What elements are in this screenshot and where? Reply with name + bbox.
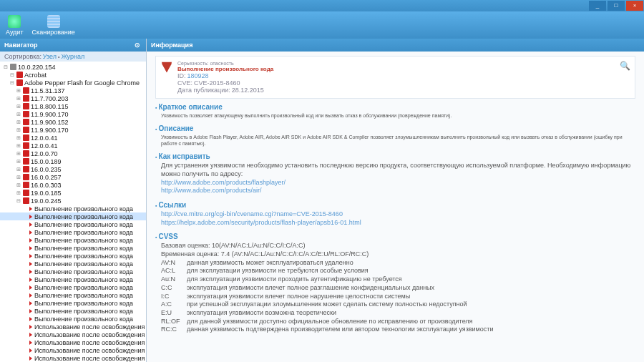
id-label: ID: (177, 72, 186, 79)
tree-label: 19.0.0.245 (31, 197, 62, 205)
tree-node[interactable]: ⊞11.5.31.137 (0, 87, 146, 94)
tree-node[interactable]: Выполнение произвольного кода (0, 268, 146, 275)
ref-link[interactable]: http://cve.mitre.org/cgi-bin/cvename.cgi… (161, 210, 635, 219)
tree-label: 19.0.0.185 (31, 190, 62, 197)
tree-node[interactable]: Выполнение произвольного кода (0, 283, 146, 291)
audit-icon (8, 15, 21, 28)
ref-link[interactable]: https://helpx.adobe.com/security/product… (161, 219, 635, 228)
tree-node[interactable]: Использование после освобождения (0, 354, 146, 362)
vuln-id[interactable]: 180928 (187, 72, 208, 79)
tree-node[interactable]: ⊟Adobe Pepper Flash for Google Chrome (0, 79, 146, 87)
section-cvss-b: Базовая оценка: 10(AV:N/AC:L/Au:N/C:C/I:… (155, 242, 635, 334)
info-title: Информация (151, 41, 192, 49)
audit-button[interactable]: Аудит (6, 15, 24, 36)
sort-label: Сортировка: (4, 53, 42, 60)
maximize-button[interactable]: □ (608, 1, 625, 11)
tree-node[interactable]: ⊞12.0.0.70 (0, 150, 146, 157)
vuln-title: Выполнение произвольного кода (177, 66, 273, 72)
tree-node[interactable]: Выполнение произвольного кода (0, 236, 146, 244)
ic-acr-icon (16, 79, 23, 86)
tree-label: Выполнение произвольного кода (34, 213, 133, 220)
pin-icon[interactable]: ⊙ (135, 41, 142, 49)
ic-arr-icon (29, 278, 32, 282)
tree-node[interactable]: Использование после освобождения (0, 331, 146, 338)
sidebar-subheader: Сортировка: Узел • Журнал (0, 52, 146, 62)
ic-fld-icon (23, 190, 29, 196)
tree-node[interactable]: ⊞11.8.800.115 (0, 102, 146, 110)
ic-arr-icon (29, 207, 32, 211)
tree-node[interactable]: Использование после освобождения (0, 323, 146, 331)
tree-label: 11.5.31.137 (31, 87, 65, 94)
tree-node[interactable]: ⊞16.0.0.303 (0, 181, 146, 189)
tree-label: Acrobat (24, 72, 47, 79)
tree-label: 12.0.0.70 (31, 150, 58, 157)
scan-label: Сканирование (32, 29, 75, 36)
ic-arr-icon (29, 230, 32, 235)
tree-label: Выполнение произвольного кода (34, 245, 133, 252)
ic-arr-icon (29, 348, 32, 353)
tree-node[interactable]: ⊞11.9.900.170 (0, 110, 146, 118)
ic-arr-icon (29, 301, 32, 305)
ic-fld-icon (23, 150, 29, 157)
tree-node[interactable]: Выполнение произвольного кода (0, 228, 146, 236)
tree-label: 12.0.0.41 (31, 134, 58, 142)
tree[interactable]: ⊟10.0.220.154⊟Acrobat⊟Adobe Pepper Flash… (0, 62, 146, 362)
tree-node[interactable]: Выполнение произвольного кода (0, 291, 146, 299)
tree-node[interactable]: ⊟10.0.220.154 (0, 63, 146, 71)
tree-node[interactable]: ⊟Acrobat (0, 71, 146, 79)
ic-arr-icon (29, 285, 32, 290)
ic-fld-icon (23, 158, 29, 165)
section-links-h: Ссылки (155, 201, 635, 209)
fix-link[interactable]: http://www.adobe.com/products/flashplaye… (161, 179, 635, 187)
tree-label: 11.9.900.170 (31, 127, 69, 134)
tree-node[interactable]: Выполнение произвольного кода (0, 260, 146, 268)
tree-node[interactable]: Использование после освобождения (0, 346, 146, 354)
tree-label: 11.9.900.152 (31, 119, 69, 126)
ic-fld-icon (23, 174, 29, 180)
ic-arr-icon (29, 270, 32, 274)
tree-node[interactable]: Выполнение произвольного кода (0, 220, 146, 228)
tree-node[interactable]: Выполнение произвольного кода (0, 299, 146, 307)
tree-node[interactable]: Выполнение произвольного кода (0, 212, 146, 220)
log-link[interactable]: Журнал (61, 53, 84, 60)
tree-node[interactable]: ⊞16.0.0.257 (0, 173, 146, 181)
ic-fld-icon (23, 87, 29, 94)
tree-node[interactable]: Выполнение произвольного кода (0, 244, 146, 252)
tree-node[interactable]: Использование после освобождения (0, 338, 146, 346)
tree-node[interactable]: Выполнение произвольного кода (0, 205, 146, 212)
section-brief-b: Уязвимость позволяет атакующему выполнит… (155, 112, 635, 119)
tree-node[interactable]: ⊟19.0.0.245 (0, 197, 146, 205)
scan-button[interactable]: Сканирование (32, 15, 75, 36)
tree-node[interactable]: Выполнение произвольного кода (0, 307, 146, 315)
sort-value[interactable]: Узел (43, 53, 57, 60)
tree-label: Выполнение произвольного кода (34, 205, 133, 212)
tree-node[interactable]: Выполнение произвольного кода (0, 315, 146, 323)
tree-label: Выполнение произвольного кода (34, 315, 133, 323)
close-button[interactable]: × (626, 1, 643, 11)
zoom-icon[interactable]: 🔍 (620, 61, 630, 71)
toolbar: Аудит Сканирование (0, 11, 644, 39)
ic-arr-icon (29, 325, 32, 329)
vuln-header: Серьезность: опасность Выполнение произв… (155, 56, 635, 99)
tree-node[interactable]: ⊞11.7.700.203 (0, 94, 146, 102)
ic-host-icon (10, 64, 16, 70)
ic-fld-icon (23, 127, 29, 133)
tree-label: 11.7.700.203 (31, 95, 69, 102)
section-desc-b: Уязвимость в Adobe Flash Player, Adobe A… (155, 134, 635, 147)
ic-arr-icon (29, 262, 32, 266)
tree-node[interactable]: ⊞12.0.0.41 (0, 142, 146, 150)
tree-node[interactable]: ⊞15.0.0.189 (0, 157, 146, 165)
tree-node[interactable]: ⊞19.0.0.185 (0, 189, 146, 197)
tree-node[interactable]: ⊞12.0.0.41 (0, 134, 146, 142)
minimize-button[interactable]: _ (589, 1, 606, 11)
tree-node[interactable]: Выполнение произвольного кода (0, 275, 146, 283)
tree-node[interactable]: Выполнение произвольного кода (0, 252, 146, 260)
info-body[interactable]: Серьезность: опасность Выполнение произв… (147, 52, 644, 362)
tree-node[interactable]: ⊞16.0.0.235 (0, 165, 146, 173)
tree-node[interactable]: ⊞11.9.900.170 (0, 126, 146, 134)
ic-acr-icon (16, 72, 23, 78)
fix-link[interactable]: http://www.adobe.com/products/air/ (161, 187, 635, 195)
tree-label: Выполнение произвольного кода (34, 268, 133, 275)
sidebar-header: Навигатор ⊙ (0, 39, 146, 52)
tree-node[interactable]: ⊞11.9.900.152 (0, 118, 146, 126)
